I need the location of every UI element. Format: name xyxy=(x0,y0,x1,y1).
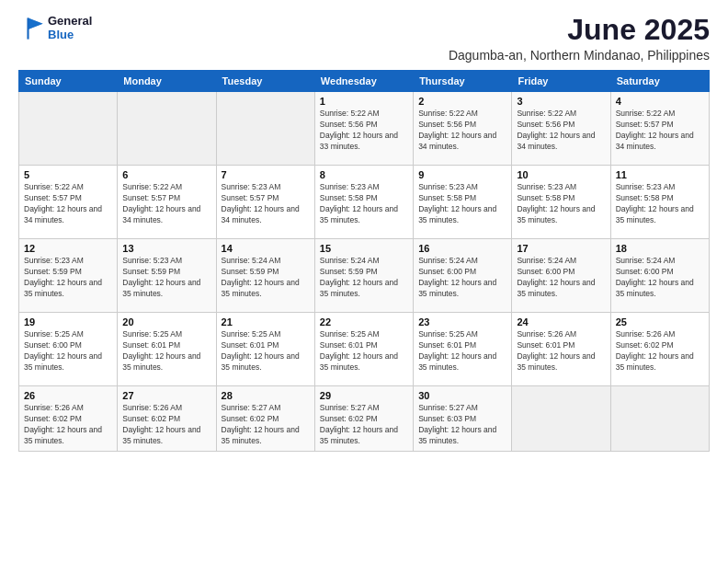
sunrise-label: Sunrise: 5:23 AM xyxy=(616,182,676,191)
day-info: Sunrise: 5:25 AM Sunset: 6:01 PM Dayligh… xyxy=(222,329,310,373)
sunset-label: Sunset: 6:02 PM xyxy=(616,340,674,350)
daylight-label: Daylight: 12 hours and 34 minutes. xyxy=(24,204,102,224)
daylight-label: Daylight: 12 hours and 35 minutes. xyxy=(222,351,300,372)
day-info: Sunrise: 5:24 AM Sunset: 6:00 PM Dayligh… xyxy=(418,256,506,300)
day-number: 26 xyxy=(24,390,112,401)
day-number: 11 xyxy=(616,169,704,180)
sunrise-label: Sunrise: 5:22 AM xyxy=(320,109,380,118)
daylight-label: Daylight: 12 hours and 35 minutes. xyxy=(222,425,300,445)
sunrise-label: Sunrise: 5:22 AM xyxy=(418,109,478,118)
day-number: 19 xyxy=(24,316,112,327)
daylight-label: Daylight: 12 hours and 35 minutes. xyxy=(616,204,694,224)
table-row: 29 Sunrise: 5:27 AM Sunset: 6:02 PM Dayl… xyxy=(314,386,413,452)
day-info: Sunrise: 5:25 AM Sunset: 6:01 PM Dayligh… xyxy=(418,329,506,373)
day-info: Sunrise: 5:27 AM Sunset: 6:02 PM Dayligh… xyxy=(222,403,310,447)
sunset-label: Sunset: 6:01 PM xyxy=(517,340,574,350)
daylight-label: Daylight: 12 hours and 35 minutes. xyxy=(616,278,694,298)
table-row: 16 Sunrise: 5:24 AM Sunset: 6:00 PM Dayl… xyxy=(414,239,512,313)
sunset-label: Sunset: 6:03 PM xyxy=(418,414,476,423)
header-saturday: Saturday xyxy=(610,71,709,92)
day-number: 5 xyxy=(24,169,112,180)
table-row xyxy=(216,92,314,166)
header-wednesday: Wednesday xyxy=(314,71,413,92)
table-row: 19 Sunrise: 5:25 AM Sunset: 6:00 PM Dayl… xyxy=(19,313,118,386)
day-number: 9 xyxy=(418,169,506,180)
sunset-label: Sunset: 6:00 PM xyxy=(517,267,574,276)
day-info: Sunrise: 5:25 AM Sunset: 6:01 PM Dayligh… xyxy=(320,329,408,373)
sunrise-label: Sunrise: 5:23 AM xyxy=(122,256,182,265)
sunrise-label: Sunrise: 5:25 AM xyxy=(418,329,478,339)
day-number: 14 xyxy=(222,243,310,254)
table-row: 8 Sunrise: 5:23 AM Sunset: 5:58 PM Dayli… xyxy=(314,166,413,239)
day-info: Sunrise: 5:22 AM Sunset: 5:56 PM Dayligh… xyxy=(418,109,506,153)
day-number: 16 xyxy=(418,243,506,254)
table-row: 15 Sunrise: 5:24 AM Sunset: 5:59 PM Dayl… xyxy=(314,239,413,313)
logo-icon xyxy=(18,15,44,40)
day-info: Sunrise: 5:27 AM Sunset: 6:03 PM Dayligh… xyxy=(418,403,506,447)
sunrise-label: Sunrise: 5:24 AM xyxy=(616,256,676,265)
day-number: 27 xyxy=(122,390,210,401)
sunset-label: Sunset: 6:01 PM xyxy=(418,340,476,350)
day-number: 23 xyxy=(418,316,506,327)
sunrise-label: Sunrise: 5:23 AM xyxy=(222,182,281,191)
day-info: Sunrise: 5:24 AM Sunset: 6:00 PM Dayligh… xyxy=(517,256,605,300)
sunrise-label: Sunrise: 5:27 AM xyxy=(222,403,281,412)
daylight-label: Daylight: 12 hours and 35 minutes. xyxy=(320,204,398,224)
daylight-label: Daylight: 12 hours and 35 minutes. xyxy=(122,351,200,372)
sunrise-label: Sunrise: 5:25 AM xyxy=(222,329,281,339)
day-number: 3 xyxy=(517,96,605,107)
sunrise-label: Sunrise: 5:22 AM xyxy=(616,109,676,118)
table-row: 4 Sunrise: 5:22 AM Sunset: 5:57 PM Dayli… xyxy=(610,92,709,166)
daylight-label: Daylight: 12 hours and 35 minutes. xyxy=(122,278,200,298)
daylight-label: Daylight: 12 hours and 35 minutes. xyxy=(517,351,595,372)
table-row: 10 Sunrise: 5:23 AM Sunset: 5:58 PM Dayl… xyxy=(512,166,610,239)
daylight-label: Daylight: 12 hours and 35 minutes. xyxy=(517,204,595,224)
daylight-label: Daylight: 12 hours and 35 minutes. xyxy=(517,278,595,298)
sunrise-label: Sunrise: 5:26 AM xyxy=(616,329,676,339)
table-row: 7 Sunrise: 5:23 AM Sunset: 5:57 PM Dayli… xyxy=(216,166,314,239)
day-number: 6 xyxy=(122,169,210,180)
sunset-label: Sunset: 6:01 PM xyxy=(122,340,180,350)
daylight-label: Daylight: 12 hours and 34 minutes. xyxy=(616,131,694,151)
daylight-label: Daylight: 12 hours and 35 minutes. xyxy=(418,425,496,445)
day-number: 25 xyxy=(616,316,704,327)
sunset-label: Sunset: 5:59 PM xyxy=(24,267,82,276)
sunrise-label: Sunrise: 5:26 AM xyxy=(122,403,182,412)
day-number: 21 xyxy=(222,316,310,327)
sunrise-label: Sunrise: 5:25 AM xyxy=(24,329,84,339)
daylight-label: Daylight: 12 hours and 35 minutes. xyxy=(418,204,496,224)
day-info: Sunrise: 5:23 AM Sunset: 5:57 PM Dayligh… xyxy=(222,182,310,226)
day-info: Sunrise: 5:25 AM Sunset: 6:01 PM Dayligh… xyxy=(122,329,210,373)
sunrise-label: Sunrise: 5:27 AM xyxy=(418,403,478,412)
day-info: Sunrise: 5:23 AM Sunset: 5:59 PM Dayligh… xyxy=(24,256,112,300)
sunset-label: Sunset: 6:00 PM xyxy=(418,267,476,276)
day-number: 15 xyxy=(320,243,408,254)
day-info: Sunrise: 5:23 AM Sunset: 5:58 PM Dayligh… xyxy=(418,182,506,226)
daylight-label: Daylight: 12 hours and 35 minutes. xyxy=(320,425,398,445)
sunrise-label: Sunrise: 5:26 AM xyxy=(517,329,576,339)
day-info: Sunrise: 5:24 AM Sunset: 5:59 PM Dayligh… xyxy=(222,256,310,300)
sunset-label: Sunset: 5:57 PM xyxy=(122,193,180,202)
daylight-label: Daylight: 12 hours and 35 minutes. xyxy=(24,425,102,445)
day-number: 18 xyxy=(616,243,704,254)
daylight-label: Daylight: 12 hours and 35 minutes. xyxy=(418,278,496,298)
header-monday: Monday xyxy=(118,71,216,92)
sunset-label: Sunset: 5:58 PM xyxy=(517,193,574,202)
sunrise-label: Sunrise: 5:22 AM xyxy=(24,182,84,191)
header: General Blue June 2025 Dagumba-an, North… xyxy=(18,14,710,63)
daylight-label: Daylight: 12 hours and 35 minutes. xyxy=(24,278,102,298)
sunrise-label: Sunrise: 5:23 AM xyxy=(418,182,478,191)
table-row: 9 Sunrise: 5:23 AM Sunset: 5:58 PM Dayli… xyxy=(414,166,512,239)
daylight-label: Daylight: 12 hours and 35 minutes. xyxy=(616,351,694,372)
sunset-label: Sunset: 5:57 PM xyxy=(222,193,279,202)
table-row: 1 Sunrise: 5:22 AM Sunset: 5:56 PM Dayli… xyxy=(314,92,413,166)
table-row: 5 Sunrise: 5:22 AM Sunset: 5:57 PM Dayli… xyxy=(19,166,118,239)
table-row: 11 Sunrise: 5:23 AM Sunset: 5:58 PM Dayl… xyxy=(610,166,709,239)
sunset-label: Sunset: 5:58 PM xyxy=(418,193,476,202)
sunrise-label: Sunrise: 5:25 AM xyxy=(122,329,182,339)
day-info: Sunrise: 5:23 AM Sunset: 5:58 PM Dayligh… xyxy=(320,182,408,226)
sunset-label: Sunset: 5:58 PM xyxy=(616,193,674,202)
calendar-table: Sunday Monday Tuesday Wednesday Thursday… xyxy=(18,70,710,452)
sunrise-label: Sunrise: 5:23 AM xyxy=(517,182,576,191)
sunrise-label: Sunrise: 5:24 AM xyxy=(320,256,380,265)
